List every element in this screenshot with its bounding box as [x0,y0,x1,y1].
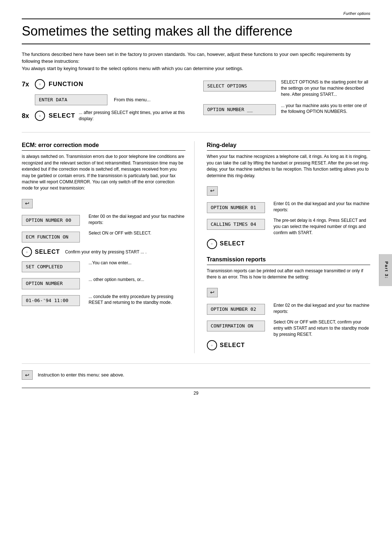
bottom-note-icon: ↩ [22,370,33,380]
ecm-function-on-row: ECM FUNCTION ON Select ON or OFF with SE… [22,230,185,244]
instr-left: 7x ○ FUNCTION ENTER DATA From this menu.… [22,79,189,126]
ecm-function-on-lcd: ECM FUNCTION ON [22,232,80,243]
transmission-enter-icon: ↩ [207,288,218,297]
trans-select-row: ○ SELECT [207,340,371,350]
ecm-function-on-note: Select ON or OFF with SELECT. [89,230,151,236]
ecm-option-number-row: OPTION NUMBER ... other option numbers, … [22,277,185,290]
intro-text: The functions described here have been s… [22,51,370,72]
option-number-note-top: ... your fax machine asks you to enter o… [281,103,370,115]
transmission-title: Transmission reports [207,256,371,265]
top-label: Further options [22,11,370,16]
trans-option-02-lcd: OPTION NUMBER 02 [207,304,265,315]
select-options-lcd: SELECT OPTIONS [203,81,276,91]
ecm-body: is always switched on. Transmission erro… [22,154,185,191]
trans-option-02-row: OPTION NUMBER 02 Enter 02 on the dial ke… [207,302,371,316]
enter-data-lcd: ENTER DATA [35,94,107,105]
step-8x-row: 8x ○ SELECT ... after pressing SELECT ei… [22,110,189,122]
page-title: Sometimes the setting makes all the diff… [22,19,370,44]
ecm-option-number-note: ... other option numbers, or... [89,277,144,283]
ecm-enter-icon: ↩ [22,199,33,208]
ecm-set-completed-note: ...You can now enter... [89,260,131,266]
function-label: FUNCTION [49,80,83,89]
ecm-select-label: SELECT [35,248,60,256]
calling-times-row: CALLING TIMES 04 The pre-set delay is 4 … [207,217,371,236]
transmission-body: Transmission reports can be printed out … [207,268,371,281]
confirmation-on-lcd: CONFIRMATION ON [207,321,265,331]
right-col: Ring-delay When your fax machine recogni… [205,141,371,353]
ring-select-label: SELECT [220,240,245,248]
step-7x-row: 7x ○ FUNCTION [22,79,189,89]
ring-option-01-row: OPTION NUMBER 01 Enter 01 on the dial ke… [207,201,371,215]
ecm-option-number-lcd: OPTION NUMBER [22,278,80,289]
page: Further options Sometimes the setting ma… [0,0,392,554]
select-icon-top: ○ [35,111,45,121]
confirmation-on-note: Select ON or OFF with SELECT, confirm yo… [274,319,371,337]
step-8x-num: 8x [22,111,35,121]
step-7x-num: 7x [22,80,35,89]
trans-select-label: SELECT [220,341,245,349]
ecm-date-lcd: 01-06-'94 11:00 [22,295,80,306]
trans-select-circle-icon: ○ [207,340,217,350]
ring-delay-title: Ring-delay [207,141,371,151]
ecm-date-row: 01-06-'94 11:00 ... conclude the entry p… [22,294,185,307]
bottom-note: ↩ Instruction to enter this menu: see ab… [22,363,370,382]
after-select-text: ... after pressing SELECT eight times, y… [79,110,189,122]
ecm-select-row: ○ SELECT Confirm your entry by pressing … [22,247,185,257]
from-menu-text: From this menu... [114,97,151,102]
ecm-set-completed-row: SET COMPLETED ...You can now enter... [22,260,185,274]
ring-select-circle-icon: ○ [207,239,217,249]
ring-delay-body: When your fax machine recognizes a telep… [207,154,371,179]
function-icon: ○ [35,79,45,89]
main-content: ECM: error correction mode is always swi… [22,141,370,353]
select-label-top: SELECT [49,111,75,120]
select-options-note: SELECT OPTIONS is the starting point for… [281,79,370,97]
ring-option-01-note: Enter 01 on the dial keypad and your fax… [274,201,371,213]
calling-times-note: The pre-set delay is 4 rings. Press SELE… [274,217,371,236]
ring-delay-enter-icon: ↩ [207,186,218,196]
ecm-option-00-lcd: OPTION NUMBER 00 [22,215,80,226]
trans-option-02-note: Enter 02 on the dial keypad and your fax… [274,302,371,315]
instr-right: SELECT OPTIONS SELECT OPTIONS is the sta… [203,79,370,126]
confirmation-on-row: CONFIRMATION ON Select ON or OFF with SE… [207,319,371,337]
option-number-lcd-top: OPTION NUMBER __ [203,104,276,115]
ring-select-row: ○ SELECT [207,239,371,249]
ecm-title: ECM: error correction mode [22,141,185,151]
calling-times-lcd: CALLING TIMES 04 [207,219,265,230]
ecm-date-note: ... conclude the entry procedure by pres… [89,294,185,306]
bottom-note-text: Instruction to enter this menu: see abov… [38,372,124,378]
ecm-select-note: Confirm your entry by pressing START ...… [65,249,147,255]
ring-option-01-lcd: OPTION NUMBER 01 [207,202,265,213]
ecm-option-00-note: Enter 00 on the dial keypad and your fax… [89,213,185,226]
ecm-section: ECM: error correction mode is always swi… [22,141,195,353]
ecm-select-circle-icon: ○ [22,247,32,257]
ecm-set-completed-lcd: SET COMPLETED [22,261,80,272]
part-tab: Part 3: [379,254,392,286]
page-number: 29 [22,388,370,396]
ecm-option-00-row: OPTION NUMBER 00 Enter 00 on the dial ke… [22,213,185,227]
top-instructions: 7x ○ FUNCTION ENTER DATA From this menu.… [22,79,370,133]
